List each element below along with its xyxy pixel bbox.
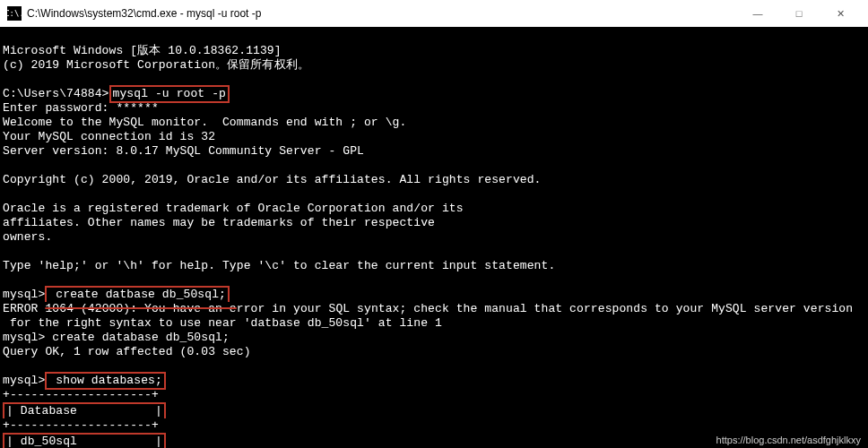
- oracle-trademark-line2: affiliates. Other names may be trademark…: [3, 216, 435, 229]
- oracle-copyright-line: Copyright (c) 2000, 2019, Oracle and/or …: [3, 173, 542, 186]
- table-separator: +--------------------+: [3, 388, 159, 401]
- table-separator: +--------------------+: [3, 418, 159, 432]
- connection-id-line: Your MySQL connection id is 32: [3, 130, 215, 143]
- close-button[interactable]: ✕: [820, 0, 861, 27]
- highlight-show-databases: show databases;: [45, 372, 165, 390]
- highlight-create-bad: create datbase db_50sql;: [45, 286, 230, 302]
- error-line2: for the right syntax to use near 'datbas…: [3, 316, 442, 330]
- help-line: Type 'help;' or '\h' for help. Type '\c'…: [3, 259, 555, 272]
- os-version-line: Microsoft Windows [版本 10.0.18362.1139]: [3, 44, 282, 57]
- mysql-prompt: mysql>: [3, 374, 45, 387]
- highlight-mysql-login: mysql -u root -p: [109, 85, 230, 103]
- error-rest: rror in your SQL syntax; check the manua…: [237, 302, 853, 315]
- terminal-output[interactable]: Microsoft Windows [版本 10.0.18362.1139] (…: [0, 27, 868, 448]
- oracle-trademark-line1: Oracle is a registered trademark of Orac…: [3, 202, 464, 215]
- error-prefix: ERROR: [3, 302, 45, 315]
- prompt-path: C:\Users\74884>: [3, 87, 109, 100]
- window-titlebar: C:\. C:\Windows\system32\cmd.exe - mysql…: [0, 0, 868, 27]
- watermark-url: https://blog.csdn.net/asdfghjklkxy: [716, 435, 861, 445]
- maximize-button[interactable]: □: [778, 0, 820, 27]
- mysql-prompt: mysql>: [3, 331, 45, 344]
- cmd-icon: C:\.: [7, 6, 22, 21]
- enter-password-line: Enter password: ******: [3, 101, 159, 115]
- cmd-create-good: create database db_50sql;: [45, 331, 229, 344]
- mysql-prompt: mysql>: [3, 288, 45, 301]
- server-version-line: Server version: 8.0.17 MySQL Community S…: [3, 144, 364, 158]
- table-row: | db_50sql |: [3, 433, 166, 448]
- minimize-button[interactable]: —: [737, 0, 778, 27]
- oracle-trademark-line3: owners.: [3, 230, 52, 244]
- os-copyright-line: (c) 2019 Microsoft Corporation。保留所有权利。: [3, 58, 309, 72]
- welcome-line: Welcome to the MySQL monitor. Commands e…: [3, 116, 406, 129]
- query-ok-line: Query OK, 1 row affected (0.03 sec): [3, 345, 251, 358]
- table-header: | Database |: [3, 402, 166, 418]
- window-title: C:\Windows\system32\cmd.exe - mysql -u r…: [27, 7, 737, 20]
- error-code-strike: 1064 (42000): You have an e: [45, 302, 236, 315]
- window-controls: — □ ✕: [737, 0, 861, 27]
